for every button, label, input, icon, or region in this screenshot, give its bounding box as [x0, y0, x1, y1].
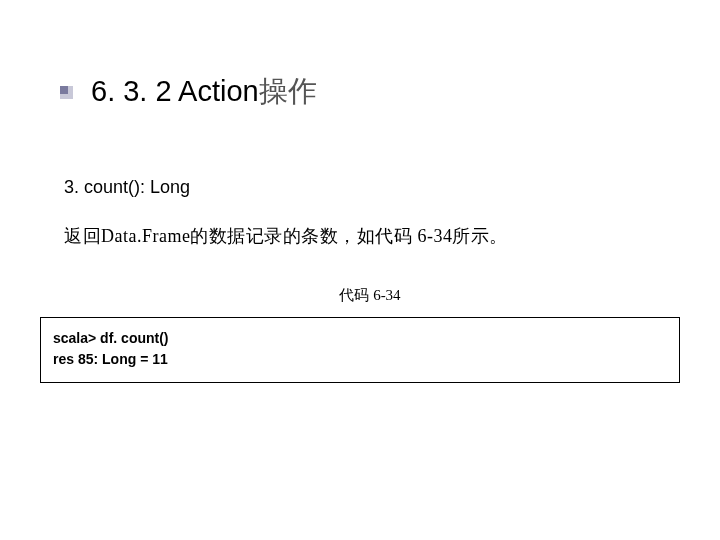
heading-title-en: Action	[178, 75, 259, 107]
code-line-2-value: 11	[152, 351, 168, 367]
code-line-1: scala> df. count()	[53, 328, 667, 349]
heading-title-cn: 操作	[259, 75, 317, 107]
section-heading: 6. 3. 2 Action操作	[60, 72, 680, 112]
bullet-square-icon	[60, 86, 73, 99]
heading-number: 6. 3. 2	[91, 75, 178, 107]
code-line-2-prefix: res 85: Long =	[53, 351, 152, 367]
slide-container: 6. 3. 2 Action操作 3. count(): Long 返回Data…	[0, 0, 720, 383]
code-box: scala> df. count() res 85: Long = 11	[40, 317, 680, 383]
code-listing-label: 代码 6-34	[60, 286, 680, 305]
heading-text: 6. 3. 2 Action操作	[91, 72, 317, 112]
code-line-2: res 85: Long = 11	[53, 349, 667, 370]
subsection-title: 3. count(): Long	[64, 177, 680, 198]
description-text: 返回Data.Frame的数据记录的条数，如代码 6-34所示。	[64, 224, 680, 248]
